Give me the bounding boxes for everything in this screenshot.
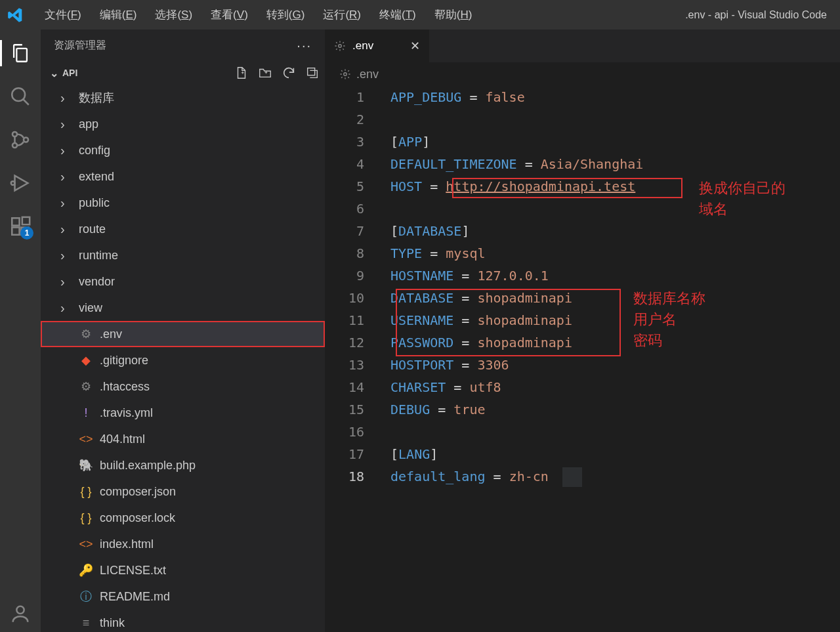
close-icon[interactable]: ✕	[410, 39, 420, 53]
section-header[interactable]: ⌄ API	[41, 61, 325, 85]
folder-label: route	[79, 222, 106, 236]
gear-icon	[339, 68, 351, 80]
folder-数据库[interactable]: ›数据库	[41, 85, 325, 111]
file--travis-yml[interactable]: !.travis.yml	[41, 400, 325, 426]
folder-public[interactable]: ›public	[41, 190, 325, 216]
explorer-icon[interactable]	[9, 41, 32, 65]
titlebar: 文件(F) 编辑(E) 选择(S) 查看(V) 转到(G) 运行(R) 终端(T…	[0, 0, 840, 30]
code-content[interactable]: APP_DEBUG = false [APP]DEFAULT_TIMEZONE …	[390, 86, 643, 488]
file-404-html[interactable]: <>404.html	[41, 426, 325, 452]
svg-point-1	[12, 132, 17, 137]
chevron-right-icon: ›	[60, 196, 75, 211]
section-actions	[234, 66, 320, 80]
folder-label: view	[79, 301, 102, 315]
cursor-selection	[562, 467, 582, 487]
editor-tabs: .env ✕	[325, 30, 840, 62]
account-icon[interactable]	[9, 602, 32, 625]
explorer-sidebar: 资源管理器 ··· ⌄ API ›数据库›app›config›extend›p…	[41, 30, 325, 632]
menu-help[interactable]: 帮助(H)	[425, 2, 482, 28]
folder-vendor[interactable]: ›vendor	[41, 268, 325, 295]
file-composer-json[interactable]: { }composer.json	[41, 478, 325, 505]
section-title: API	[62, 68, 77, 78]
tab-env[interactable]: .env ✕	[325, 30, 430, 62]
code-icon: <>	[79, 537, 93, 551]
folder-runtime[interactable]: ›runtime	[41, 242, 325, 268]
file-README-md[interactable]: ⓘREADME.md	[41, 583, 325, 610]
chevron-right-icon: ›	[60, 248, 75, 263]
folder-label: 数据库	[79, 90, 114, 106]
chevron-right-icon: ›	[60, 222, 75, 237]
file-index-html[interactable]: <>index.html	[41, 531, 325, 557]
chevron-right-icon: ›	[60, 117, 75, 132]
lines-icon: ≡	[79, 616, 93, 630]
vscode-logo-icon	[7, 7, 24, 24]
breadcrumb-label: .env	[356, 68, 379, 81]
folder-app[interactable]: ›app	[41, 111, 325, 137]
folder-label: app	[79, 117, 98, 131]
extensions-icon[interactable]: 1	[9, 215, 32, 238]
folder-label: public	[79, 196, 110, 210]
menu-terminal[interactable]: 终端(T)	[370, 2, 425, 28]
chevron-right-icon: ›	[60, 91, 75, 106]
menu-select[interactable]: 选择(S)	[146, 2, 201, 28]
menu-run[interactable]: 运行(R)	[314, 2, 370, 28]
braces-icon: { }	[79, 511, 93, 525]
menu-bar: 文件(F) 编辑(E) 选择(S) 查看(V) 转到(G) 运行(R) 终端(T…	[35, 2, 481, 28]
file--htaccess[interactable]: ⚙.htaccess	[41, 373, 325, 400]
svg-point-9	[16, 606, 24, 614]
folder-extend[interactable]: ›extend	[41, 163, 325, 190]
folder-config[interactable]: ›config	[41, 137, 325, 163]
gear-icon: ⚙	[79, 379, 93, 394]
file-LICENSE-txt[interactable]: 🔑LICENSE.txt	[41, 557, 325, 583]
php-icon: 🐘	[79, 458, 93, 473]
file-build-example-php[interactable]: 🐘build.example.php	[41, 452, 325, 478]
new-file-icon[interactable]	[234, 66, 249, 80]
braces-icon: { }	[79, 485, 93, 499]
key-icon: 🔑	[79, 563, 93, 578]
svg-point-12	[344, 73, 347, 76]
file-composer-lock[interactable]: { }composer.lock	[41, 505, 325, 531]
file-label: .env	[100, 327, 122, 341]
svg-rect-6	[12, 227, 19, 234]
refresh-icon[interactable]	[282, 66, 296, 80]
folder-label: runtime	[79, 249, 118, 263]
code-area[interactable]: 123456789101112131415161718 APP_DEBUG = …	[325, 86, 840, 632]
chevron-right-icon: ›	[60, 143, 75, 158]
gear-icon	[334, 40, 346, 52]
sidebar-more-icon[interactable]: ···	[297, 38, 312, 53]
file-label: index.html	[100, 537, 154, 551]
file--env[interactable]: ⚙.env	[41, 321, 325, 347]
chevron-right-icon: ›	[60, 274, 75, 289]
folder-route[interactable]: ›route	[41, 216, 325, 242]
file-think[interactable]: ≡think	[41, 610, 325, 632]
annotation-host: 换成你自己的 域名	[699, 178, 786, 220]
sidebar-header: 资源管理器 ···	[41, 30, 325, 61]
collapse-icon[interactable]	[305, 66, 320, 80]
file-label: LICENSE.txt	[100, 564, 166, 578]
editor-area: .env ✕ .env 123456789101112131415161718 …	[325, 30, 840, 632]
file--gitignore[interactable]: ◆.gitignore	[41, 347, 325, 373]
code-icon: <>	[79, 432, 93, 446]
menu-file[interactable]: 文件(F)	[35, 2, 91, 28]
menu-view[interactable]: 查看(V)	[201, 2, 257, 28]
svg-point-3	[24, 137, 28, 142]
file-tree[interactable]: ›数据库›app›config›extend›public›route›runt…	[41, 85, 325, 632]
folder-view[interactable]: ›view	[41, 295, 325, 321]
git-icon: ◆	[79, 353, 93, 368]
debug-icon[interactable]	[9, 171, 32, 195]
active-indicator	[0, 40, 2, 66]
excl-icon: !	[79, 406, 93, 420]
folder-label: vendor	[79, 275, 115, 289]
new-folder-icon[interactable]	[258, 66, 272, 80]
svg-point-11	[339, 45, 342, 48]
annotation-db: 数据库名称 用户名 密码	[633, 288, 705, 351]
scm-icon[interactable]	[9, 128, 32, 152]
file-label: 404.html	[100, 432, 145, 446]
menu-go[interactable]: 转到(G)	[257, 2, 314, 28]
svg-rect-5	[12, 218, 19, 225]
breadcrumb[interactable]: .env	[325, 62, 840, 86]
svg-rect-10	[308, 68, 315, 75]
sidebar-title: 资源管理器	[54, 39, 106, 53]
menu-edit[interactable]: 编辑(E)	[91, 2, 146, 28]
search-icon[interactable]	[9, 85, 32, 108]
